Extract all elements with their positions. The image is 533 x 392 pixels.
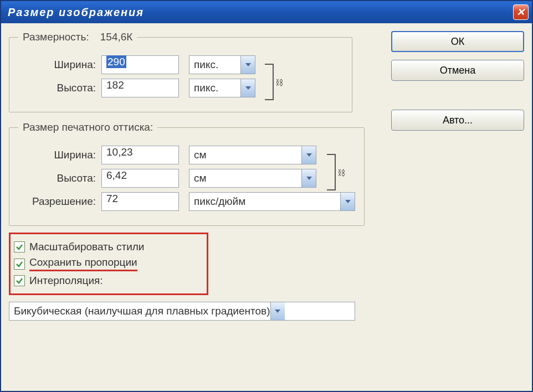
constrain-proportions-checkbox[interactable] xyxy=(14,259,25,270)
left-column: Размерность: 154,6К Ширина: 290 пикс. xyxy=(9,31,380,383)
doc-height-value: 6,42 xyxy=(106,169,127,181)
doc-height-input[interactable]: 6,42 xyxy=(101,169,179,188)
resample-label: Интерполяция: xyxy=(29,275,103,287)
width-input[interactable]: 290 xyxy=(101,55,179,74)
doc-width-unit-dropdown[interactable]: см xyxy=(189,146,316,164)
interpolation-value: Бикубическая (наилучшая для плавных град… xyxy=(14,305,270,317)
svg-marker-1 xyxy=(245,86,251,90)
pixel-dimensions-group: Размерность: 154,6К Ширина: 290 пикс. xyxy=(9,31,352,112)
width-row: Ширина: 290 пикс. xyxy=(18,55,343,74)
resolution-input[interactable]: 72 xyxy=(101,192,179,211)
resolution-label: Разрешение: xyxy=(18,195,101,208)
cancel-button[interactable]: Отмена xyxy=(391,60,524,81)
width-unit-dropdown[interactable]: пикс. xyxy=(189,55,255,74)
resample-row: Интерполяция: xyxy=(14,275,201,287)
scale-styles-row: Масштабировать стили xyxy=(14,241,201,253)
doc-width-input[interactable]: 10,23 xyxy=(101,146,179,164)
svg-marker-4 xyxy=(306,177,312,180)
options-block: Масштабировать стили Сохранить пропорции… xyxy=(9,233,208,295)
pixel-dimensions-label: Размерность: xyxy=(23,31,89,43)
close-button[interactable]: ✕ xyxy=(513,4,529,20)
height-row: Высота: 182 пикс. xyxy=(18,79,343,97)
height-label: Высота: xyxy=(18,82,101,94)
doc-width-label: Ширина: xyxy=(18,149,101,161)
doc-height-label: Высота: xyxy=(18,172,101,184)
window-title: Размер изображения xyxy=(8,6,144,19)
chevron-down-icon xyxy=(340,193,355,210)
height-unit-value: пикс. xyxy=(194,82,240,94)
doc-width-value: 10,23 xyxy=(106,146,133,158)
resample-checkbox[interactable] xyxy=(14,275,25,286)
chevron-down-icon xyxy=(301,169,316,187)
close-icon: ✕ xyxy=(516,6,526,18)
doc-height-unit-value: см xyxy=(194,172,301,184)
doc-width-row: Ширина: 10,23 см xyxy=(18,146,355,164)
scale-styles-checkbox[interactable] xyxy=(14,241,25,252)
dialog-window: Размер изображения ✕ Размерность: 154,6К… xyxy=(0,0,533,392)
auto-button[interactable]: Авто... xyxy=(391,110,524,131)
pixel-dimensions-legend: Размерность: 154,6К xyxy=(18,31,137,43)
document-size-group: Размер печатного оттиска: Ширина: 10,23 … xyxy=(9,121,365,226)
height-unit-dropdown[interactable]: пикс. xyxy=(189,79,255,97)
resolution-row: Разрешение: 72 пикс/дюйм xyxy=(18,192,355,211)
interpolation-dropdown[interactable]: Бикубическая (наилучшая для плавных град… xyxy=(9,302,355,321)
svg-marker-0 xyxy=(245,63,251,66)
titlebar: Размер изображения ✕ xyxy=(1,1,532,23)
width-value: 290 xyxy=(106,55,126,68)
chevron-down-icon xyxy=(270,302,285,320)
svg-marker-7 xyxy=(275,310,280,313)
chevron-down-icon xyxy=(240,56,255,74)
width-label: Ширина: xyxy=(18,59,101,71)
pixel-dimensions-value: 154,6К xyxy=(100,31,133,43)
client-area: Размерность: 154,6К Ширина: 290 пикс. xyxy=(1,23,532,391)
document-size-legend: Размер печатного оттиска: xyxy=(18,121,157,133)
ok-button[interactable]: ОК xyxy=(391,31,524,52)
scale-styles-label: Масштабировать стили xyxy=(29,241,144,253)
height-input[interactable]: 182 xyxy=(101,79,179,97)
width-unit-value: пикс. xyxy=(194,59,240,71)
chevron-down-icon xyxy=(301,146,316,164)
doc-width-unit-value: см xyxy=(194,149,301,161)
constrain-proportions-label: Сохранить пропорции xyxy=(29,256,137,271)
height-value: 182 xyxy=(106,79,124,91)
resolution-unit-dropdown[interactable]: пикс/дюйм xyxy=(189,192,355,211)
svg-marker-3 xyxy=(306,153,312,157)
resolution-value: 72 xyxy=(106,193,118,204)
doc-height-unit-dropdown[interactable]: см xyxy=(189,169,316,188)
doc-height-row: Высота: 6,42 см xyxy=(18,169,355,188)
chevron-down-icon xyxy=(240,79,255,97)
resolution-unit-value: пикс/дюйм xyxy=(194,195,340,208)
right-column: ОК Отмена Авто... xyxy=(380,31,524,383)
svg-marker-5 xyxy=(345,200,351,203)
constrain-proportions-row: Сохранить пропорции xyxy=(14,256,201,271)
